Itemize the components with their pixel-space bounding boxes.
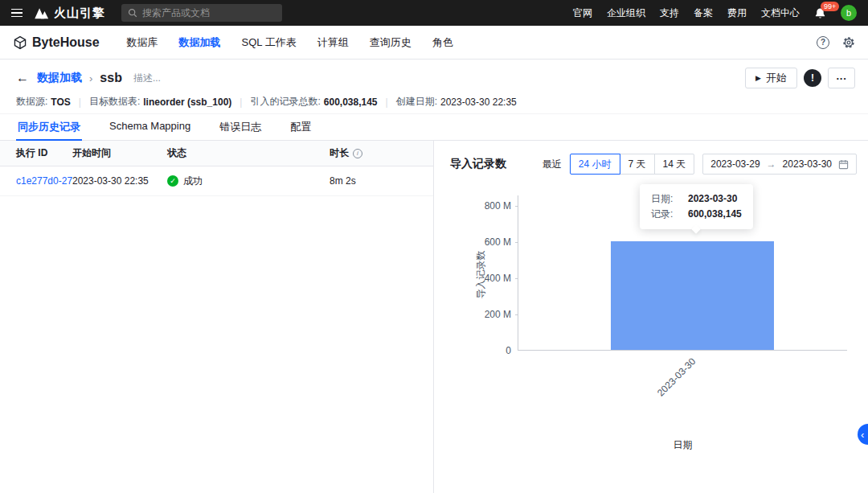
table-row[interactable]: c1e277d0-27fe-... 2023-03-30 22:35 ✓ 成功 … [0,166,433,196]
job-meta: 数据源: TOS | 目标数据表: lineorder (ssb_100) | … [16,95,855,109]
chart-tooltip: 日期: 2023-03-30 记录: 600,038,145 [640,184,753,229]
chevron-right-icon: › [89,72,92,84]
y-tickmark [515,278,518,279]
y-tick-400m: 400 M [485,273,511,284]
col-header-start-time: 开始时间 [72,146,167,160]
tooltip-records-value: 600,038,145 [688,207,742,222]
product-nav: ByteHouse 数据库 数据加载 SQL 工作表 计算组 查询历史 角色 ? [0,26,868,60]
play-icon: ▶ [755,75,761,82]
global-search-box[interactable] [121,4,282,22]
topbar-link-filing[interactable]: 备案 [694,6,713,20]
hamburger-menu-icon[interactable] [0,0,34,26]
range-14d-button[interactable]: 14 天 [654,154,695,175]
meta-divider: | [79,97,81,108]
date-from[interactable]: 2023-03-29 [710,158,760,170]
topbar-link-official-site[interactable]: 官网 [573,6,592,20]
more-actions-button[interactable]: ··· [828,68,855,88]
y-tick-0: 0 [506,345,511,356]
meta-total-records: 引入的记录总数: 600,038,145 [250,95,377,109]
chart-title: 导入记录数 [450,157,506,171]
start-button-label: 开始 [766,71,787,85]
y-tick-200m: 200 M [485,309,511,320]
plot-area: 800 M 600 M 400 M 200 M 0 日期: 2023-03-30… [518,195,847,351]
date-to[interactable]: 2023-03-30 [783,158,832,170]
bar-chart: 导入记录数 800 M 600 M 400 M 200 M 0 日期: 2023… [450,195,857,461]
x-tick-label: 2023-03-30 [655,355,698,398]
tab-sync-history[interactable]: 同步历史记录 [16,114,82,140]
chart-panel-header: 导入记录数 最近 24 小时 7 天 14 天 2023-03-29 → 202… [450,154,857,175]
y-tickmark [515,242,518,243]
volcengine-logo-icon [34,7,50,19]
meta-records-value: 600,038,145 [324,97,378,108]
volcengine-brand-text: 火山引擎 [54,6,105,21]
meta-divider: | [240,97,242,108]
global-topbar: 火山引擎 官网 企业组织 支持 备案 费用 文档中心 99+ b [0,0,868,26]
bytehouse-brand-text: ByteHouse [32,35,100,50]
tab-error-log[interactable]: 错误日志 [218,114,263,140]
nav-item-compute-group[interactable]: 计算组 [317,35,349,50]
tab-config[interactable]: 配置 [289,114,313,140]
exec-id-link[interactable]: c1e277d0-27fe-... [0,175,72,187]
nav-item-query-history[interactable]: 查询历史 [370,35,411,50]
topbar-link-org[interactable]: 企业组织 [607,6,645,20]
history-panel: 执行 ID 开始时间 状态 时长 i c1e277d0-27fe-... 202… [0,141,434,493]
header-actions: ▶ 开始 ! ··· [745,68,855,88]
alert-circle-button[interactable]: ! [804,69,821,87]
nav-item-data-loading[interactable]: 数据加载 [179,35,221,50]
arrow-right-icon: → [767,158,776,170]
status-badge: 成功 [183,175,203,188]
nav-right: ? [817,36,855,49]
search-input[interactable] [142,7,276,18]
info-icon[interactable]: i [353,149,362,158]
range-7d-button[interactable]: 7 天 [620,154,655,175]
bytehouse-logo[interactable]: ByteHouse [13,35,100,50]
topbar-link-billing[interactable]: 费用 [727,6,747,20]
back-arrow-icon[interactable]: ← [16,72,29,84]
notifications-button[interactable]: 99+ [814,7,826,19]
content-area: 执行 ID 开始时间 状态 时长 i c1e277d0-27fe-... 202… [0,141,868,493]
status-cell: ✓ 成功 [167,175,330,188]
calendar-icon [838,159,849,170]
search-icon [128,8,137,18]
y-tick-600m: 600 M [485,236,511,248]
detail-tabs: 同步历史记录 Schema Mapping 错误日志 配置 [0,114,868,141]
topbar-link-support[interactable]: 支持 [660,6,679,20]
y-tickmark [515,206,518,207]
help-icon[interactable]: ? [817,36,829,49]
meta-source-value: TOS [51,97,70,108]
nav-item-databases[interactable]: 数据库 [127,35,158,50]
meta-created-date: 创建日期: 2023-03-30 22:35 [396,95,517,109]
tooltip-date-value: 2023-03-30 [688,191,737,207]
topbar-right: 官网 企业组织 支持 备案 费用 文档中心 99+ b [573,5,868,21]
tab-schema-mapping[interactable]: Schema Mapping [108,114,192,140]
success-check-icon: ✓ [167,175,178,187]
volcengine-logo[interactable]: 火山引擎 [34,6,105,21]
breadcrumb: ← 数据加载 › ssb 描述... ▶ 开始 ! ··· [16,68,855,88]
page-description[interactable]: 描述... [133,72,161,85]
nav-item-roles[interactable]: 角色 [432,35,453,50]
chart-controls: 最近 24 小时 7 天 14 天 2023-03-29 → 2023-03-3… [542,154,857,175]
notification-badge: 99+ [821,2,839,11]
chevron-left-icon: ‹ [861,429,864,441]
date-range-picker[interactable]: 2023-03-29 → 2023-03-30 [702,154,857,175]
breadcrumb-data-loading[interactable]: 数据加载 [37,71,82,85]
user-avatar[interactable]: b [841,5,857,21]
table-header-row: 执行 ID 开始时间 状态 时长 i [0,141,433,166]
range-segmented-control: 24 小时 7 天 14 天 [570,154,694,175]
chart-panel: 导入记录数 最近 24 小时 7 天 14 天 2023-03-29 → 202… [434,141,868,493]
duration-cell: 8m 2s [330,175,433,187]
meta-target-label: 目标数据表: [89,95,140,109]
bytehouse-logo-icon [13,35,27,50]
range-24h-button[interactable]: 24 小时 [570,154,620,175]
nav-items: 数据库 数据加载 SQL 工作表 计算组 查询历史 角色 [127,35,453,50]
nav-item-sql-worksheet[interactable]: SQL 工作表 [242,35,297,50]
gear-icon[interactable] [842,36,855,49]
meta-records-label: 引入的记录总数: [250,95,320,109]
y-tickmark [515,314,518,315]
col-header-duration-label: 时长 [330,146,349,160]
start-button[interactable]: ▶ 开始 [745,68,797,88]
topbar-link-docs[interactable]: 文档中心 [761,6,800,20]
meta-divider: | [386,97,388,108]
import-records-bar[interactable] [611,241,774,350]
meta-created-value: 2023-03-30 22:35 [440,97,517,108]
